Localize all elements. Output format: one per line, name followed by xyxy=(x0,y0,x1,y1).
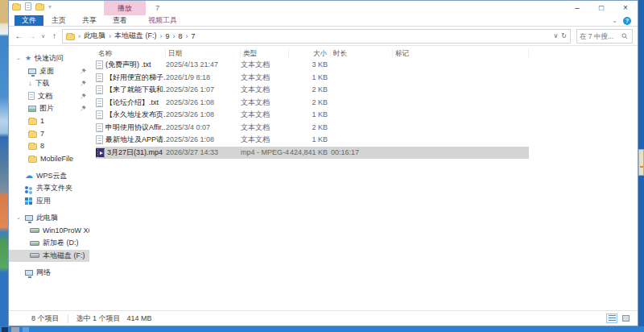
file-row[interactable]: 【永久地址发布页... 2025/3/26 1:08 文本文档 1 KB xyxy=(96,109,529,122)
file-row[interactable]: 申明使用协议Affir... 2025/3/4 0:07 文本文档 2 KB xyxy=(96,122,529,135)
search-input[interactable] xyxy=(580,32,621,40)
sidebar-item-quick-access[interactable]: ⌄ ★ 快速访问 xyxy=(9,52,89,65)
up-icon[interactable]: ↑ xyxy=(49,29,60,44)
close-button[interactable]: × xyxy=(613,1,638,15)
sidebar-item-label: 应用 xyxy=(36,196,51,206)
column-header-name[interactable]: 名称 xyxy=(96,48,166,58)
breadcrumb-this-pc[interactable]: 此电脑 xyxy=(84,31,105,41)
sidebar-item-folder-7[interactable]: 7 xyxy=(9,127,89,140)
file-type: 文本文档 xyxy=(241,84,289,97)
taskbar-icon-fragment xyxy=(23,327,29,332)
tab-file[interactable]: 文件 xyxy=(14,15,43,26)
text-file-icon xyxy=(96,73,103,82)
file-date: 2026/3/27 14:33 xyxy=(166,147,241,160)
forward-icon: → xyxy=(27,29,37,44)
file-size: 1 KB xyxy=(289,109,331,122)
sidebar-item-drive-c[interactable]: Win10ProW X64 (C:) xyxy=(9,225,89,238)
tab-view[interactable]: 查看 xyxy=(105,15,135,26)
sidebar-item-label: MobileFile xyxy=(40,155,73,163)
help-icon[interactable]: ? xyxy=(623,17,631,25)
column-header-duration[interactable]: 时长 xyxy=(331,48,393,58)
file-row[interactable]: 【好用便宜的梯子... 2026/1/9 8:18 文本文档 1 KB xyxy=(96,72,529,85)
sidebar-item-desktop[interactable]: 桌面 xyxy=(9,65,89,78)
sidebar-item-mobilefile[interactable]: MobileFile xyxy=(9,152,89,165)
recent-locations-icon[interactable]: ∨ xyxy=(39,29,47,44)
column-header-date[interactable]: 日期 xyxy=(166,48,241,58)
sidebar-item-folder-8[interactable]: 8 xyxy=(9,140,89,153)
sidebar-item-label: WPS云盘 xyxy=(36,171,68,181)
file-duration xyxy=(331,84,393,97)
file-row-selected[interactable]: 3月27日(31).mp4 2026/3/27 14:33 mp4 - MPEG… xyxy=(96,147,529,160)
sidebar-item-folder-1[interactable]: 1 xyxy=(9,115,89,128)
sidebar-item-network[interactable]: 网络 xyxy=(9,267,89,280)
file-type: 文本文档 xyxy=(241,59,289,72)
selection-count: 选中 1 个项目 xyxy=(76,313,121,324)
sidebar-item-downloads[interactable]: ↓ 下载 xyxy=(9,77,89,90)
file-tags xyxy=(393,109,529,122)
address-dropdown-icon[interactable]: ∨ xyxy=(553,32,558,39)
column-header-tags[interactable]: 标记 xyxy=(393,48,529,58)
file-row[interactable]: (免费声明) .txt 2025/4/13 21:47 文本文档 3 KB xyxy=(96,59,529,72)
sidebar-item-drive-f[interactable]: 本地磁盘 (F:) xyxy=(9,250,89,263)
chevron-down-icon[interactable]: ⌄ xyxy=(16,214,21,221)
sidebar-item-apps[interactable]: 应用 xyxy=(9,195,89,208)
breadcrumb-9[interactable]: 9 xyxy=(166,32,170,40)
file-duration: 00:16:17 xyxy=(331,147,393,160)
window-title: 7 xyxy=(155,1,159,15)
column-header-type[interactable]: 类型 xyxy=(241,48,289,58)
sidebar-item-drive-d[interactable]: 新加卷 (D:) xyxy=(9,237,89,250)
file-row[interactable]: 最新地址及APP请... 2025/3/26 1:08 文本文档 1 KB xyxy=(96,134,529,147)
breadcrumb-8[interactable]: 8 xyxy=(179,32,183,40)
file-date: 2025/3/26 1:07 xyxy=(166,84,241,97)
file-name: 【好用便宜的梯子... xyxy=(105,72,166,85)
background-window-fragment xyxy=(638,149,644,176)
download-icon: ↓ xyxy=(28,80,32,87)
file-duration xyxy=(331,122,393,135)
breadcrumb-drive-f[interactable]: 本地磁盘 (F:) xyxy=(114,31,157,41)
sidebar-item-label: 图片 xyxy=(39,103,54,114)
search-icon[interactable] xyxy=(621,33,628,39)
details-view-button[interactable] xyxy=(606,313,617,323)
file-type: 文本文档 xyxy=(241,72,289,85)
cloud-icon: ☁ xyxy=(25,172,33,180)
file-row[interactable]: 【来了就能下载和... 2025/3/26 1:07 文本文档 2 KB xyxy=(96,84,529,97)
sidebar-item-documents[interactable]: 文档 xyxy=(9,90,89,103)
minimize-button[interactable]: – xyxy=(565,1,589,15)
pin-icon xyxy=(80,106,86,111)
ribbon-collapse-icon[interactable]: ⌄ xyxy=(612,17,617,25)
breadcrumb-7[interactable]: 7 xyxy=(192,32,196,40)
properties-icon[interactable] xyxy=(25,2,31,10)
sidebar-item-label: 下载 xyxy=(35,78,50,89)
quick-access-toolbar: ▾ xyxy=(12,2,52,10)
sidebar-item-wps-cloud[interactable]: ☁ WPS云盘 xyxy=(9,170,89,183)
sidebar-item-this-pc[interactable]: ⌄ 此电脑 xyxy=(9,212,89,225)
thumbnails-view-button[interactable] xyxy=(620,313,631,323)
qat-customize-icon[interactable]: ▾ xyxy=(48,3,52,10)
sidebar-item-label: 网络 xyxy=(36,268,51,278)
sidebar-item-label: 本地磁盘 (F:) xyxy=(43,251,85,261)
column-header-size[interactable]: 大小 xyxy=(289,48,331,58)
tab-share[interactable]: 共享 xyxy=(74,15,105,26)
navigation-pane: ⌄ ★ 快速访问 桌面 ↓ 下载 文档 图片 xyxy=(9,46,89,310)
refresh-icon[interactable]: ↻ xyxy=(561,32,567,39)
maximize-button[interactable]: □ xyxy=(589,1,613,15)
address-bar[interactable]: › 此电脑 › 本地磁盘 (F:) › 9 › 8 › 7 ∨ ↻ xyxy=(62,29,571,44)
file-size: 3 KB xyxy=(289,59,331,72)
tab-video-tools[interactable]: 视频工具 xyxy=(140,15,185,26)
search-box xyxy=(576,29,633,44)
new-folder-icon[interactable] xyxy=(35,4,44,10)
back-icon[interactable]: ← xyxy=(14,29,24,44)
app-folder-icon xyxy=(12,4,21,10)
sidebar-item-pictures[interactable]: 图片 xyxy=(9,102,89,115)
video-file-icon xyxy=(96,148,105,157)
file-name: 【来了就能下载和... xyxy=(105,84,166,97)
sidebar-item-shared-folder[interactable]: 共享文件夹 xyxy=(9,182,89,195)
chevron-down-icon[interactable]: ⌄ xyxy=(16,55,21,61)
file-row[interactable]: 【论坛介绍】.txt 2025/3/26 1:08 文本文档 2 KB xyxy=(96,97,529,110)
thumbnails-view-icon xyxy=(622,315,630,322)
crumb-separator: › xyxy=(186,32,188,40)
window-controls: – □ × xyxy=(565,1,638,15)
tab-home[interactable]: 主页 xyxy=(43,15,74,26)
file-type: mp4 - MPEG-4 ... xyxy=(241,147,289,160)
file-type: 文本文档 xyxy=(241,122,289,135)
